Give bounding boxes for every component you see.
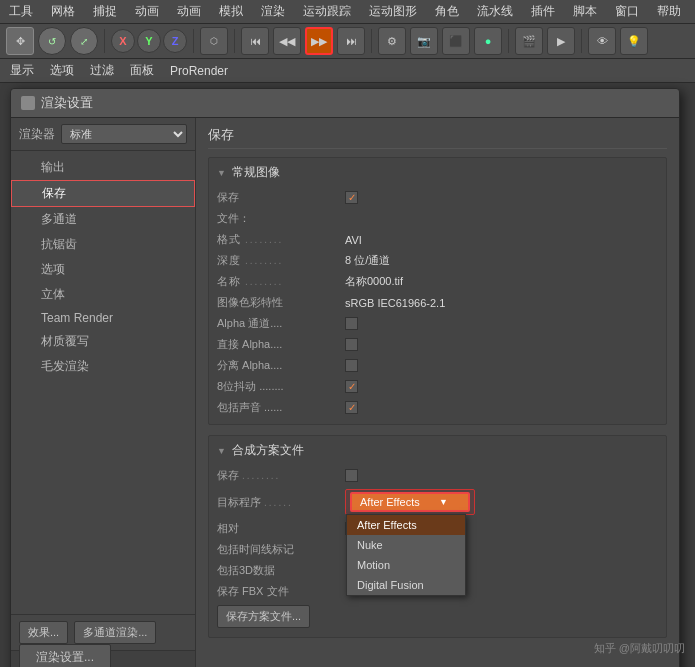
separator-4 — [371, 29, 372, 53]
target-option-nuke[interactable]: Nuke — [347, 535, 465, 555]
toolbar2-display[interactable]: 显示 — [6, 61, 38, 80]
straight-alpha-checkbox[interactable] — [345, 338, 358, 351]
separator-6 — [581, 29, 582, 53]
effects-button[interactable]: 效果... — [19, 621, 68, 644]
composite-save-checkbox[interactable] — [345, 469, 358, 482]
play-back-button[interactable]: ◀◀ — [273, 27, 301, 55]
play-forward-button[interactable]: ▶▶ — [305, 27, 333, 55]
play-back-end-button[interactable]: ⏮ — [241, 27, 269, 55]
regular-image-header[interactable]: 常规图像 — [217, 164, 658, 181]
nav-item-antialiasing[interactable]: 抗锯齿 — [11, 232, 195, 257]
menu-item-simulate[interactable]: 模拟 — [216, 2, 246, 21]
separator-1 — [104, 29, 105, 53]
toolbar2-prorender[interactable]: ProRender — [166, 63, 232, 79]
x-axis-button[interactable]: X — [111, 29, 135, 53]
move-tool-button[interactable]: ✥ — [6, 27, 34, 55]
eye-button[interactable]: 👁 — [588, 27, 616, 55]
format-value: AVI — [345, 234, 362, 246]
target-option-fusion[interactable]: Digital Fusion — [347, 575, 465, 595]
dither-label: 8位抖动 ........ — [217, 379, 337, 394]
menu-item-grid[interactable]: 网格 — [48, 2, 78, 21]
menu-item-character[interactable]: 角色 — [432, 2, 462, 21]
menu-item-script[interactable]: 脚本 — [570, 2, 600, 21]
renderer-label: 渲染器 — [19, 126, 55, 143]
color-profile-row: 图像色彩特性 sRGB IEC61966-2.1 — [217, 292, 658, 313]
nav-item-teamrender[interactable]: Team Render — [11, 307, 195, 329]
target-program-selected[interactable]: After Effects ▼ — [350, 492, 470, 512]
menu-item-window[interactable]: 窗口 — [612, 2, 642, 21]
save-row: 保存 — [217, 187, 658, 208]
target-program-row: 目标程序 ...... After Effects ▼ After Effect… — [217, 486, 658, 518]
nav-item-stereo[interactable]: 立体 — [11, 282, 195, 307]
nav-item-options[interactable]: 选项 — [11, 257, 195, 282]
nav-item-multichannel[interactable]: 多通道 — [11, 207, 195, 232]
composite-header[interactable]: 合成方案文件 — [217, 442, 658, 459]
nav-item-save[interactable]: 保存 — [11, 180, 195, 207]
target-option-ae[interactable]: After Effects — [347, 515, 465, 535]
nav-item-material[interactable]: 材质覆写 — [11, 329, 195, 354]
scale-tool-button[interactable]: ⤢ — [70, 27, 98, 55]
rotate-tool-button[interactable]: ↺ — [38, 27, 66, 55]
save-header: 保存 — [208, 126, 667, 149]
target-program-value-text: After Effects — [360, 496, 420, 508]
target-program-dropdown-container: After Effects ▼ After Effects Nuke Motio… — [345, 489, 475, 515]
menu-item-plugin[interactable]: 插件 — [528, 2, 558, 21]
depth-label: 深度 ........ — [217, 253, 337, 268]
renderer-select[interactable]: 标准 — [61, 124, 187, 144]
gear-tool-button[interactable]: ⚙ — [378, 27, 406, 55]
target-program-dropdown-menu: After Effects Nuke Motion Digital Fusion — [346, 514, 466, 596]
nav-label-output: 输出 — [41, 159, 65, 176]
nav-label-multichannel: 多通道 — [41, 211, 77, 228]
cube-button[interactable]: ⬛ — [442, 27, 470, 55]
alpha-channel-checkbox[interactable] — [345, 317, 358, 330]
name-value: 名称0000.tif — [345, 274, 403, 289]
include-3d-label: 包括3D数据 — [217, 563, 337, 578]
separate-alpha-checkbox[interactable] — [345, 359, 358, 372]
menu-item-help[interactable]: 帮助 — [654, 2, 684, 21]
nav-item-output[interactable]: 输出 — [11, 155, 195, 180]
sound-label: 包括声音 ...... — [217, 400, 337, 415]
menu-item-tools[interactable]: 工具 — [6, 2, 36, 21]
transform-button[interactable]: ⬡ — [200, 27, 228, 55]
include-timeline-label: 包括时间线标记 — [217, 542, 337, 557]
sphere-button[interactable]: ● — [474, 27, 502, 55]
toolbar2-panel[interactable]: 面板 — [126, 61, 158, 80]
regular-image-section: 常规图像 保存 文件： 格式 ........ AVI — [208, 157, 667, 425]
multichannel-render-button[interactable]: 多通道渲染... — [74, 621, 156, 644]
menu-item-motion-track[interactable]: 运动跟踪 — [300, 2, 354, 21]
sound-checkbox[interactable] — [345, 401, 358, 414]
target-option-motion[interactable]: Motion — [347, 555, 465, 575]
nav-item-hair[interactable]: 毛发渲染 — [11, 354, 195, 379]
light-button[interactable]: 💡 — [620, 27, 648, 55]
menu-item-animate2[interactable]: 动画 — [174, 2, 204, 21]
name-row: 名称 ........ 名称0000.tif — [217, 271, 658, 292]
menu-item-snap[interactable]: 捕捉 — [90, 2, 120, 21]
depth-value: 8 位/通道 — [345, 253, 390, 268]
composite-section: 合成方案文件 保存 ........ 目标程序 ...... After Eff… — [208, 435, 667, 638]
color-profile-value: sRGB IEC61966-2.1 — [345, 297, 445, 309]
y-axis-button[interactable]: Y — [137, 29, 161, 53]
render-view-button[interactable]: 🎬 — [515, 27, 543, 55]
separator-3 — [234, 29, 235, 53]
render-active-button[interactable]: ▶ — [547, 27, 575, 55]
relative-label: 相对 — [217, 521, 337, 536]
color-profile-label: 图像色彩特性 — [217, 295, 337, 310]
render-settings-button[interactable]: 渲染设置... — [19, 644, 111, 667]
dither-checkbox[interactable] — [345, 380, 358, 393]
toolbar2-filter[interactable]: 过滤 — [86, 61, 118, 80]
menu-item-pipeline[interactable]: 流水线 — [474, 2, 516, 21]
regular-image-title: 常规图像 — [232, 164, 280, 181]
dialog-body: 渲染器 标准 输出 保存 — [11, 118, 679, 667]
camera-button[interactable]: 📷 — [410, 27, 438, 55]
z-axis-button[interactable]: Z — [163, 29, 187, 53]
save-fbx-label: 保存 FBX 文件 — [217, 584, 337, 599]
right-panel: 保存 常规图像 保存 文件： 格式 ........ — [196, 118, 679, 667]
toolbar2-options[interactable]: 选项 — [46, 61, 78, 80]
play-forward-end-button[interactable]: ⏭ — [337, 27, 365, 55]
save-checkbox[interactable] — [345, 191, 358, 204]
menu-item-motion-graph[interactable]: 运动图形 — [366, 2, 420, 21]
save-scheme-button[interactable]: 保存方案文件... — [217, 605, 310, 628]
menu-item-animate[interactable]: 动画 — [132, 2, 162, 21]
menu-item-render[interactable]: 渲染 — [258, 2, 288, 21]
separator-5 — [508, 29, 509, 53]
